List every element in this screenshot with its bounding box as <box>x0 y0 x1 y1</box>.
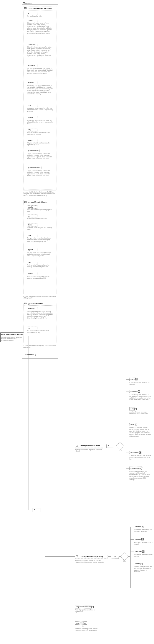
el-note: note+ <box>130 407 135 410</box>
connector <box>130 539 134 540</box>
expand-icon[interactable]: + <box>141 467 143 469</box>
el-hierarchyinfo-desc: Represents the position of a concept in … <box>130 470 151 481</box>
attr-xmllang: xml:lang <box>27 307 38 310</box>
attr-xmllang-desc: Specifies the language of this property … <box>27 310 53 319</box>
sequence-compositor <box>33 508 40 512</box>
expand-icon[interactable]: + <box>91 606 94 608</box>
el-name-label: name <box>131 378 135 380</box>
el-orgdetails-desc: A set of properties specific to an organ… <box>75 609 101 612</box>
attr-creator-name: creator <box>28 20 33 21</box>
el-sameas-desc: An identifier of a concept with equivale… <box>134 529 153 532</box>
expand-icon[interactable]: + <box>141 538 144 540</box>
el-related-label: related <box>135 563 140 565</box>
el-narrower: narrower+ <box>134 550 143 553</box>
expand-icon[interactable]: + <box>135 378 138 380</box>
attr-role: role <box>27 261 38 264</box>
expand-icon[interactable]: + <box>142 526 144 528</box>
el-definition-label: definition <box>131 390 138 392</box>
connector <box>126 425 130 425</box>
el-note-desc: Additional natural language information … <box>130 411 151 415</box>
sequence-compositor <box>111 554 119 558</box>
attr-type-name: type <box>28 234 31 236</box>
connector <box>130 527 131 588</box>
choice-compositor <box>116 442 124 450</box>
cdg-title: ConceptDefinitionGroup <box>80 445 100 447</box>
el-sameas-label: sameAs <box>135 526 141 528</box>
attr-xmllang-name: xml:lang <box>28 308 35 310</box>
attr-modified-name: modified <box>28 65 35 67</box>
attr-pubconstrainturi-name: pubconstrainturi <box>28 167 40 169</box>
connector <box>45 446 75 446</box>
el-sameas: sameAs+ <box>134 525 142 528</box>
connector <box>126 468 130 468</box>
el-related: related+ <box>134 562 141 565</box>
connector <box>126 409 130 409</box>
el-anyother: any ##other <box>75 621 87 624</box>
any-attr: any ##other <box>24 353 36 356</box>
attr-dir: dir <box>27 326 38 330</box>
attr-uri-name: uri <box>28 215 30 217</box>
multiplicity: 0..∞ <box>119 450 122 451</box>
multiplicity: 0..∞ <box>82 625 84 627</box>
expand-icon[interactable]: + <box>141 563 143 565</box>
attr-uri: uri <box>27 214 38 218</box>
el-hierarchyinfo: hierarchyInfo+ <box>130 466 142 470</box>
attr-typeuri: typeuri <box>27 248 38 251</box>
attr-custom-name: custom <box>28 82 34 84</box>
attr-creatoruri-name: creatoruri <box>28 44 35 45</box>
el-orgdetails: organisationDetails+ <box>75 605 92 608</box>
attr-id-name: id <box>28 12 29 14</box>
grp-cpa-desc: A group of attributes for all elements o… <box>23 190 56 196</box>
attr-creatoruri-desc: If the attribute is empty, specifies whi… <box>27 46 53 56</box>
attr-why-desc: Why the metadata has been included - exp… <box>27 132 53 135</box>
el-name-desc: A natural language name for the concept. <box>130 382 151 385</box>
el-narrower-label: narrower <box>135 550 142 552</box>
el-facet: facet+ <box>130 423 135 426</box>
el-broader: broader+ <box>134 538 142 541</box>
connector <box>45 607 75 607</box>
attr-pubconstraint-name: pubconstraint <box>28 150 38 152</box>
attr-id: id <box>27 12 38 15</box>
connector <box>126 452 130 453</box>
attr-howuri: howuri <box>27 116 38 119</box>
expand-icon[interactable]: + <box>139 452 141 454</box>
connector <box>128 556 130 556</box>
attributes-header: ≡attributes <box>23 2 32 4</box>
connector <box>108 556 111 556</box>
any-label: any <box>76 622 79 624</box>
root-desc: Flexible organisation data type for both… <box>1 336 23 341</box>
attr-how-name: how <box>28 104 31 106</box>
el-anyother-desc: Extension point for provider-defined pro… <box>75 628 101 631</box>
connector <box>126 392 130 392</box>
el-definition-desc: A natural language definition of the sem… <box>130 394 151 400</box>
attr-pubconstraint: pubconstraint <box>27 149 40 152</box>
attr-id-desc: The local identifier of the <box>27 15 49 17</box>
expand-icon[interactable]: + <box>142 550 145 553</box>
root-title: FlexOrganisationPropType <box>1 333 23 335</box>
connector <box>45 623 75 623</box>
el-definition: definition+ <box>130 390 139 393</box>
expand-icon[interactable]: + <box>135 424 137 426</box>
attr-how-desc: Indicates by which means the value was e… <box>27 107 53 112</box>
el-anyother-label: ##other <box>79 622 86 624</box>
connector <box>45 556 75 556</box>
connector <box>103 446 106 446</box>
el-name: name+ <box>130 378 136 381</box>
sequence-compositor <box>106 444 114 448</box>
attr-roleuri-desc: A refinement of the semantics of the pro… <box>27 276 53 279</box>
attr-pubconstrainturi: pubconstrainturi <box>27 166 41 170</box>
attr-qcode-desc: A qualified code assigned as a property … <box>27 209 53 212</box>
attr-dir-desc: The directionality of textual content (e… <box>27 330 53 334</box>
el-facet-desc: In NAR 1.8 and later, facet is deprecate… <box>130 427 151 437</box>
expand-icon[interactable]: + <box>138 390 140 393</box>
expand-icon[interactable]: + <box>135 408 137 410</box>
el-broader-desc: An identifier of a more generic concept. <box>134 542 153 545</box>
el-note-label: note <box>131 408 134 410</box>
attr-pubconstraint-desc: One or many constraints that apply to pu… <box>27 152 53 159</box>
el-orgdetails-label: organisationDetails <box>76 606 91 608</box>
attr-typeuri-name: typeuri <box>28 249 33 251</box>
attr-roleuri-name: roleuri <box>28 273 33 275</box>
connector <box>130 552 134 552</box>
attr-why-name: why <box>28 129 31 131</box>
attr-pubconstrainturi-desc: One or many constraints that apply to pu… <box>27 170 53 176</box>
